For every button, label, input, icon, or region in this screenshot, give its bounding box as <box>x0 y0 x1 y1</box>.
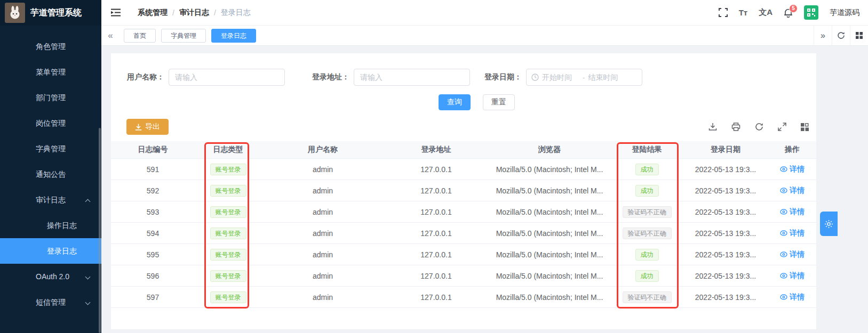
login-date-range-picker[interactable]: - <box>526 69 642 86</box>
sidebar-scrollbar[interactable] <box>99 128 101 333</box>
tab-dict[interactable]: 字典管理 <box>161 29 206 43</box>
sidebar-item-oauth[interactable]: OAuth 2.0 <box>0 264 101 289</box>
language-icon[interactable]: 文A <box>759 7 773 18</box>
fullscreen-expand-icon[interactable] <box>778 123 786 131</box>
address-label: 登录地址： <box>312 72 349 82</box>
username-label: 用户名称： <box>127 72 164 82</box>
sidebar-item-login-log[interactable]: 登录日志 <box>0 238 101 264</box>
col-header-address: 登录地址 <box>384 145 488 155</box>
settings-gear-button[interactable] <box>820 212 838 236</box>
app-title: 芋道管理系统 <box>30 7 82 19</box>
chevron-up-icon <box>85 199 91 205</box>
result-tag: 成功 <box>635 164 659 175</box>
download-icon <box>135 124 142 131</box>
table-row: 592 账号登录 admin 127.0.0.1 Mozilla/5.0 (Ma… <box>111 180 816 201</box>
table-row: 593 账号登录 admin 127.0.0.1 Mozilla/5.0 (Ma… <box>111 201 816 223</box>
address-form-item: 登录地址： <box>312 69 470 86</box>
sidebar-item-role[interactable]: 角色管理 <box>0 34 101 59</box>
export-button[interactable]: 导出 <box>126 119 169 135</box>
detail-link[interactable]: 详情 <box>780 165 805 174</box>
date-start-input[interactable] <box>542 73 579 82</box>
col-header-result: 登陆结果 <box>611 145 683 155</box>
sidebar-item-menu[interactable]: 菜单管理 <box>0 59 101 85</box>
search-buttons: 查询 重置 <box>439 94 515 110</box>
sidebar-menu: 角色管理 菜单管理 部门管理 岗位管理 字典管理 通知公告 审计日志 操作日志 … <box>0 26 101 315</box>
col-header-browser: 浏览器 <box>488 145 611 155</box>
log-type-tag: 账号登录 <box>210 164 246 175</box>
tabs-scroll-right-icon[interactable]: » <box>814 26 832 46</box>
notification-bell-icon[interactable]: 5 <box>784 8 793 18</box>
log-type-tag: 账号登录 <box>210 228 246 239</box>
breadcrumb-separator: / <box>172 9 174 17</box>
result-tag: 成功 <box>635 185 659 197</box>
table-row: 596 账号登录 admin 127.0.0.1 Mozilla/5.0 (Ma… <box>111 265 816 287</box>
breadcrumb-item-audit[interactable]: 审计日志 <box>179 8 209 18</box>
username[interactable]: 芋道源码 <box>830 8 859 18</box>
date-end-input[interactable] <box>588 73 625 82</box>
eye-icon <box>780 188 787 193</box>
log-type-tag: 账号登录 <box>210 185 246 197</box>
header-actions: Tт 文A 5 芋道源码 <box>719 5 868 20</box>
login-address-input[interactable] <box>354 69 470 86</box>
sidebar-item-audit-log[interactable]: 审计日志 <box>0 187 101 213</box>
reset-button[interactable]: 重置 <box>483 94 515 110</box>
col-header-log-id: 日志编号 <box>111 145 195 155</box>
download-icon[interactable] <box>708 123 717 131</box>
notification-badge: 5 <box>789 4 798 13</box>
eye-icon <box>780 251 787 257</box>
col-header-actions: 操作 <box>768 145 816 155</box>
app-logo-area[interactable]: 芋道管理系统 <box>0 0 101 26</box>
tab-refresh-icon[interactable] <box>832 26 850 46</box>
table-toolbar <box>708 123 809 131</box>
sidebar-item-post[interactable]: 岗位管理 <box>0 110 101 136</box>
tab-login-log[interactable]: 登录日志 <box>211 29 256 43</box>
breadcrumb-item-system[interactable]: 系统管理 <box>138 8 168 18</box>
tabs: 首页 字典管理 登录日志 <box>124 29 814 43</box>
detail-link[interactable]: 详情 <box>780 250 805 259</box>
tab-bar: « 首页 字典管理 登录日志 » <box>101 26 868 46</box>
sidebar-item-notice[interactable]: 通知公告 <box>0 161 101 187</box>
detail-link[interactable]: 详情 <box>780 271 805 281</box>
chevron-down-icon <box>85 300 91 305</box>
sidebar-fold-icon[interactable] <box>111 9 121 17</box>
log-type-tag: 账号登录 <box>210 206 246 218</box>
detail-link[interactable]: 详情 <box>780 207 805 217</box>
breadcrumb-item-login-log: 登录日志 <box>221 8 251 18</box>
table-row: 595 账号登录 admin 127.0.0.1 Mozilla/5.0 (Ma… <box>111 244 816 265</box>
sidebar-item-dict[interactable]: 字典管理 <box>0 136 101 161</box>
fullscreen-icon[interactable] <box>719 8 728 17</box>
detail-link[interactable]: 详情 <box>780 229 805 238</box>
top-header: 系统管理 / 审计日志 / 登录日志 Tт 文A 5 <box>101 0 868 26</box>
login-log-panel: 用户名称： 登录地址： 登录日期： - 查询 重置 导出 <box>111 53 816 329</box>
result-tag: 验证码不正确 <box>623 228 672 239</box>
tabs-scroll-left-icon[interactable]: « <box>101 26 120 46</box>
date-label: 登录日期： <box>484 72 522 82</box>
query-button[interactable]: 查询 <box>439 94 471 110</box>
tab-home[interactable]: 首页 <box>124 29 156 43</box>
username-form-item: 用户名称： <box>127 69 285 86</box>
column-settings-icon[interactable] <box>801 123 809 131</box>
col-header-date: 登录日期 <box>683 145 768 155</box>
detail-link[interactable]: 详情 <box>780 186 805 196</box>
breadcrumb: 系统管理 / 审计日志 / 登录日志 <box>138 8 251 18</box>
col-header-user: 用户名称 <box>261 145 384 155</box>
sidebar-item-dept[interactable]: 部门管理 <box>0 85 101 110</box>
eye-icon <box>780 209 787 215</box>
tab-layout-grid-icon[interactable] <box>850 26 868 46</box>
detail-link[interactable]: 详情 <box>780 293 805 302</box>
log-type-tag: 账号登录 <box>210 291 246 303</box>
refresh-icon[interactable] <box>755 123 763 131</box>
result-tag: 验证码不正确 <box>623 206 672 218</box>
date-range-separator: - <box>583 74 585 82</box>
font-size-icon[interactable]: Tт <box>739 8 748 17</box>
app-logo-rabbit-image <box>5 3 25 23</box>
table-header-row: 日志编号 日志类型 用户名称 登录地址 浏览器 登陆结果 登录日期 操作 <box>111 141 816 159</box>
clock-icon <box>531 74 539 81</box>
sidebar-item-operation-log[interactable]: 操作日志 <box>0 213 101 238</box>
breadcrumb-separator: / <box>214 9 216 17</box>
print-icon[interactable] <box>731 123 740 131</box>
sidebar-item-sms[interactable]: 短信管理 <box>0 289 101 315</box>
col-header-log-type: 日志类型 <box>195 145 261 155</box>
username-input[interactable] <box>169 69 285 86</box>
avatar[interactable] <box>804 5 818 20</box>
